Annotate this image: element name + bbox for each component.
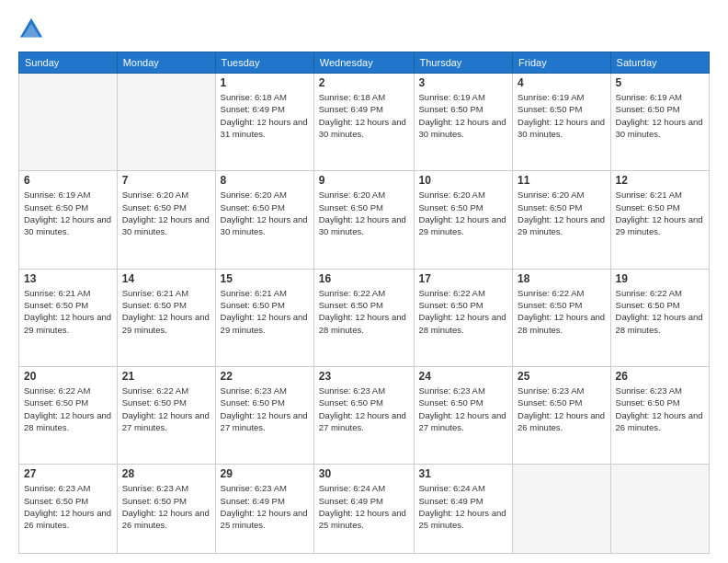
day-number: 9 bbox=[319, 174, 409, 187]
calendar-cell: 7Sunrise: 6:20 AM Sunset: 6:50 PM Daylig… bbox=[117, 171, 215, 269]
day-number: 25 bbox=[518, 370, 605, 383]
calendar-cell: 5Sunrise: 6:19 AM Sunset: 6:50 PM Daylig… bbox=[610, 74, 709, 171]
calendar-cell: 13Sunrise: 6:21 AM Sunset: 6:50 PM Dayli… bbox=[19, 269, 118, 366]
calendar-cell: 23Sunrise: 6:23 AM Sunset: 6:50 PM Dayli… bbox=[313, 366, 414, 464]
day-number: 20 bbox=[24, 370, 112, 383]
calendar-header-tuesday: Tuesday bbox=[215, 52, 313, 74]
calendar-cell: 29Sunrise: 6:23 AM Sunset: 6:49 PM Dayli… bbox=[215, 465, 313, 554]
day-info: Sunrise: 6:22 AM Sunset: 6:50 PM Dayligh… bbox=[419, 287, 508, 336]
day-info: Sunrise: 6:19 AM Sunset: 6:50 PM Dayligh… bbox=[419, 91, 508, 140]
day-number: 28 bbox=[122, 467, 210, 480]
calendar-week-row: 6Sunrise: 6:19 AM Sunset: 6:50 PM Daylig… bbox=[19, 171, 710, 269]
day-info: Sunrise: 6:22 AM Sunset: 6:50 PM Dayligh… bbox=[616, 287, 704, 336]
day-info: Sunrise: 6:23 AM Sunset: 6:50 PM Dayligh… bbox=[221, 385, 309, 433]
day-info: Sunrise: 6:18 AM Sunset: 6:49 PM Dayligh… bbox=[221, 91, 309, 140]
calendar-header-sunday: Sunday bbox=[19, 52, 118, 74]
calendar-header-friday: Friday bbox=[513, 52, 610, 74]
day-info: Sunrise: 6:23 AM Sunset: 6:50 PM Dayligh… bbox=[122, 482, 210, 531]
day-info: Sunrise: 6:20 AM Sunset: 6:50 PM Dayligh… bbox=[319, 189, 409, 237]
calendar-cell: 20Sunrise: 6:22 AM Sunset: 6:50 PM Dayli… bbox=[19, 366, 118, 464]
day-info: Sunrise: 6:24 AM Sunset: 6:49 PM Dayligh… bbox=[419, 482, 508, 531]
calendar-cell: 19Sunrise: 6:22 AM Sunset: 6:50 PM Dayli… bbox=[610, 269, 709, 366]
day-number: 31 bbox=[419, 467, 508, 480]
day-number: 12 bbox=[616, 174, 704, 187]
calendar-cell: 14Sunrise: 6:21 AM Sunset: 6:50 PM Dayli… bbox=[117, 269, 215, 366]
day-number: 16 bbox=[319, 272, 409, 285]
day-number: 3 bbox=[419, 76, 508, 89]
calendar-cell: 17Sunrise: 6:22 AM Sunset: 6:50 PM Dayli… bbox=[414, 269, 513, 366]
page: SundayMondayTuesdayWednesdayThursdayFrid… bbox=[0, 0, 728, 563]
calendar-cell: 28Sunrise: 6:23 AM Sunset: 6:50 PM Dayli… bbox=[117, 465, 215, 554]
day-number: 8 bbox=[221, 174, 309, 187]
calendar-cell: 1Sunrise: 6:18 AM Sunset: 6:49 PM Daylig… bbox=[215, 74, 313, 171]
header bbox=[18, 17, 710, 42]
calendar-cell bbox=[610, 465, 709, 554]
day-info: Sunrise: 6:19 AM Sunset: 6:50 PM Dayligh… bbox=[518, 91, 605, 140]
calendar-cell: 16Sunrise: 6:22 AM Sunset: 6:50 PM Dayli… bbox=[313, 269, 414, 366]
day-info: Sunrise: 6:20 AM Sunset: 6:50 PM Dayligh… bbox=[122, 189, 210, 237]
calendar-cell: 12Sunrise: 6:21 AM Sunset: 6:50 PM Dayli… bbox=[610, 171, 709, 269]
day-info: Sunrise: 6:20 AM Sunset: 6:50 PM Dayligh… bbox=[221, 189, 309, 237]
calendar-cell: 27Sunrise: 6:23 AM Sunset: 6:50 PM Dayli… bbox=[19, 465, 118, 554]
day-number: 15 bbox=[221, 272, 309, 285]
day-info: Sunrise: 6:23 AM Sunset: 6:50 PM Dayligh… bbox=[419, 385, 508, 433]
day-number: 22 bbox=[221, 370, 309, 383]
day-number: 7 bbox=[122, 174, 210, 187]
calendar-cell: 10Sunrise: 6:20 AM Sunset: 6:50 PM Dayli… bbox=[414, 171, 513, 269]
day-info: Sunrise: 6:18 AM Sunset: 6:49 PM Dayligh… bbox=[319, 91, 409, 140]
day-number: 2 bbox=[319, 76, 409, 89]
day-number: 14 bbox=[122, 272, 210, 285]
day-info: Sunrise: 6:22 AM Sunset: 6:50 PM Dayligh… bbox=[319, 287, 409, 336]
calendar-cell: 15Sunrise: 6:21 AM Sunset: 6:50 PM Dayli… bbox=[215, 269, 313, 366]
day-number: 6 bbox=[24, 174, 112, 187]
day-info: Sunrise: 6:22 AM Sunset: 6:50 PM Dayligh… bbox=[122, 385, 210, 433]
day-info: Sunrise: 6:23 AM Sunset: 6:50 PM Dayligh… bbox=[319, 385, 409, 433]
calendar-cell: 18Sunrise: 6:22 AM Sunset: 6:50 PM Dayli… bbox=[513, 269, 610, 366]
calendar-week-row: 13Sunrise: 6:21 AM Sunset: 6:50 PM Dayli… bbox=[19, 269, 710, 366]
calendar-cell: 30Sunrise: 6:24 AM Sunset: 6:49 PM Dayli… bbox=[313, 465, 414, 554]
day-info: Sunrise: 6:19 AM Sunset: 6:50 PM Dayligh… bbox=[24, 189, 112, 237]
day-number: 11 bbox=[518, 174, 605, 187]
calendar-cell: 22Sunrise: 6:23 AM Sunset: 6:50 PM Dayli… bbox=[215, 366, 313, 464]
calendar-week-row: 1Sunrise: 6:18 AM Sunset: 6:49 PM Daylig… bbox=[19, 74, 710, 171]
day-info: Sunrise: 6:23 AM Sunset: 6:50 PM Dayligh… bbox=[616, 385, 704, 433]
calendar-header-thursday: Thursday bbox=[414, 52, 513, 74]
day-info: Sunrise: 6:21 AM Sunset: 6:50 PM Dayligh… bbox=[616, 189, 704, 237]
day-number: 1 bbox=[221, 76, 309, 89]
calendar-table: SundayMondayTuesdayWednesdayThursdayFrid… bbox=[18, 52, 710, 554]
day-info: Sunrise: 6:21 AM Sunset: 6:50 PM Dayligh… bbox=[24, 287, 112, 336]
day-number: 17 bbox=[419, 272, 508, 285]
day-info: Sunrise: 6:21 AM Sunset: 6:50 PM Dayligh… bbox=[122, 287, 210, 336]
day-info: Sunrise: 6:22 AM Sunset: 6:50 PM Dayligh… bbox=[24, 385, 112, 433]
day-number: 29 bbox=[221, 467, 309, 480]
calendar-cell: 8Sunrise: 6:20 AM Sunset: 6:50 PM Daylig… bbox=[215, 171, 313, 269]
day-number: 30 bbox=[319, 467, 409, 480]
day-info: Sunrise: 6:21 AM Sunset: 6:50 PM Dayligh… bbox=[221, 287, 309, 336]
day-number: 21 bbox=[122, 370, 210, 383]
day-info: Sunrise: 6:20 AM Sunset: 6:50 PM Dayligh… bbox=[419, 189, 508, 237]
calendar-cell bbox=[19, 74, 118, 171]
calendar-header-row: SundayMondayTuesdayWednesdayThursdayFrid… bbox=[19, 52, 710, 74]
calendar-header-wednesday: Wednesday bbox=[313, 52, 414, 74]
day-number: 19 bbox=[616, 272, 704, 285]
day-number: 10 bbox=[419, 174, 508, 187]
calendar-week-row: 20Sunrise: 6:22 AM Sunset: 6:50 PM Dayli… bbox=[19, 366, 710, 464]
day-number: 26 bbox=[616, 370, 704, 383]
day-number: 18 bbox=[518, 272, 605, 285]
day-number: 4 bbox=[518, 76, 605, 89]
day-info: Sunrise: 6:24 AM Sunset: 6:49 PM Dayligh… bbox=[319, 482, 409, 531]
day-number: 24 bbox=[419, 370, 508, 383]
calendar-header-saturday: Saturday bbox=[610, 52, 709, 74]
calendar-header-monday: Monday bbox=[117, 52, 215, 74]
day-info: Sunrise: 6:20 AM Sunset: 6:50 PM Dayligh… bbox=[518, 189, 605, 237]
day-number: 23 bbox=[319, 370, 409, 383]
day-info: Sunrise: 6:23 AM Sunset: 6:50 PM Dayligh… bbox=[24, 482, 112, 531]
calendar-cell: 4Sunrise: 6:19 AM Sunset: 6:50 PM Daylig… bbox=[513, 74, 610, 171]
day-info: Sunrise: 6:23 AM Sunset: 6:49 PM Dayligh… bbox=[221, 482, 309, 531]
calendar-cell: 24Sunrise: 6:23 AM Sunset: 6:50 PM Dayli… bbox=[414, 366, 513, 464]
calendar-cell: 11Sunrise: 6:20 AM Sunset: 6:50 PM Dayli… bbox=[513, 171, 610, 269]
logo-icon bbox=[18, 17, 44, 42]
calendar-cell: 9Sunrise: 6:20 AM Sunset: 6:50 PM Daylig… bbox=[313, 171, 414, 269]
day-number: 5 bbox=[616, 76, 704, 89]
calendar-cell: 26Sunrise: 6:23 AM Sunset: 6:50 PM Dayli… bbox=[610, 366, 709, 464]
